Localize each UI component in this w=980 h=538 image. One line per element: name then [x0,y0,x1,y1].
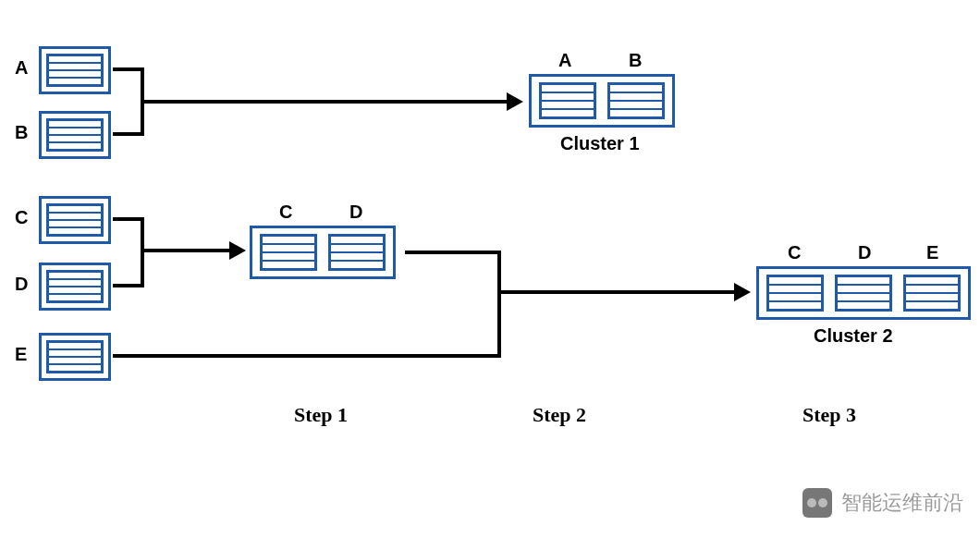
cluster2-label-C: C [788,242,801,263]
watermark: 智能运维前沿 [802,488,963,518]
block-D [39,263,111,311]
cluster2-title: Cluster 2 [814,325,893,347]
wechat-icon [802,488,832,518]
label-A: A [15,57,28,79]
arrow-CD-to-mid [141,249,231,252]
arrow-AB-to-cluster1 [141,100,508,104]
label-D: D [15,274,28,295]
mid-label-D: D [349,202,362,223]
connector [405,251,501,254]
arrowhead-icon [229,241,246,260]
block-E [39,333,111,381]
step-2-label: Step 2 [533,403,586,427]
cluster2-label-E: E [926,242,938,263]
arrowhead-icon [507,92,523,111]
connector [113,354,501,358]
block-C [39,196,111,244]
connector [113,67,144,71]
cluster1-label-A: A [558,50,571,71]
label-B: B [15,122,28,143]
cluster1-label-B: B [629,50,642,71]
mid-cluster-CD [250,226,396,279]
block-B [39,111,111,159]
cluster2-label-D: D [858,242,871,263]
watermark-text: 智能运维前沿 [841,489,963,517]
diagram-canvas: A B C D E A B Cluster 1 C D C D E [0,0,980,538]
connector [113,217,144,221]
connector [113,284,144,287]
step-3-label: Step 3 [802,403,856,427]
connector [497,251,501,358]
mid-label-C: C [279,202,292,223]
step-1-label: Step 1 [294,403,348,427]
arrow-CDE-to-cluster2 [497,290,736,294]
label-C: C [15,207,28,228]
cluster1-title: Cluster 1 [560,133,640,154]
connector [113,132,144,136]
arrowhead-icon [734,283,751,301]
cluster-2 [756,266,971,320]
label-E: E [15,344,27,365]
connector [141,217,144,287]
block-A [39,46,111,94]
cluster-1 [529,74,675,128]
